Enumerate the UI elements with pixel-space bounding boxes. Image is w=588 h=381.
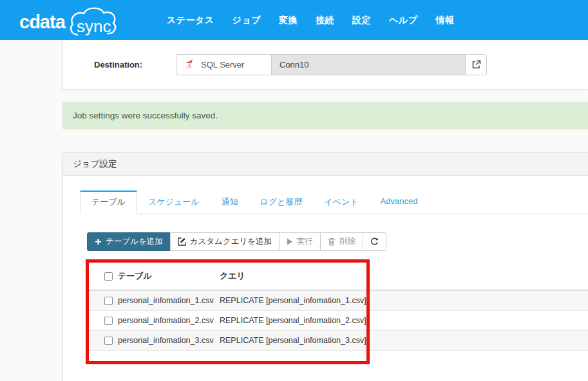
- main-menu: ステータス ジョブ 変換 接続 設定 ヘルプ 情報: [167, 14, 455, 26]
- tab-events[interactable]: イベント: [313, 190, 369, 214]
- table-row[interactable]: personal_infomation_3.csv REPLICATE [per…: [87, 331, 588, 351]
- panel-title: ジョブ設定: [63, 153, 588, 176]
- cloud-sync-logo-icon: sync: [66, 6, 123, 37]
- play-icon: [287, 238, 293, 245]
- panel-title-text: ジョブ設定: [73, 158, 117, 170]
- svg-text:sync: sync: [77, 17, 111, 36]
- select-all-cell: [87, 263, 118, 290]
- page: { "navbar": { "logo": { "brand": "cdata"…: [0, 0, 588, 381]
- row-table-name: personal_infomation_2.csv: [118, 311, 220, 331]
- external-link-icon: [471, 60, 481, 70]
- cdata-sync-logo[interactable]: cdata sync: [19, 5, 123, 35]
- nav-item-status[interactable]: ステータス: [167, 14, 214, 26]
- column-header-query: クエリ: [220, 263, 588, 290]
- delete-button[interactable]: 削除: [320, 232, 363, 251]
- row-checkbox[interactable]: [104, 317, 113, 325]
- top-navbar: cdata sync ステータス ジョブ 変換 接続 設定 ヘルプ 情報: [0, 0, 588, 40]
- select-all-checkbox[interactable]: [104, 272, 113, 281]
- add-table-button[interactable]: テーブルを追加: [87, 232, 171, 251]
- add-custom-query-label: カスタムクエリを追加: [190, 236, 272, 247]
- job-settings-panel: ジョブ設定 テーブル スケジュール 通知 ログと履歴 イベント Advanced…: [62, 152, 588, 381]
- destination-connector-name: SQL Server: [201, 60, 244, 70]
- destination-connector: SQL Server: [176, 54, 272, 75]
- run-label: 実行: [297, 236, 313, 247]
- column-header-table: テーブル: [118, 263, 220, 290]
- row-table-name: personal_infomation_3.csv: [118, 331, 220, 351]
- destination-input-group: SQL Server Conn10: [176, 54, 487, 75]
- tab-advanced[interactable]: Advanced: [370, 190, 429, 214]
- grid-header-row: テーブル クエリ: [87, 263, 588, 290]
- plus-icon: [95, 238, 102, 245]
- trash-icon: [328, 237, 336, 246]
- open-connection-button[interactable]: [465, 54, 487, 75]
- tables-grid: テーブル クエリ personal_infomation_1.csv REPLI…: [87, 263, 588, 351]
- destination-card: Destination: SQL Server Conn10: [62, 40, 588, 89]
- nav-item-connections[interactable]: 接続: [316, 14, 334, 26]
- delete-label: 削除: [339, 236, 356, 247]
- destination-label: Destination:: [94, 60, 176, 70]
- row-table-name: personal_infomation_1.csv: [118, 290, 220, 311]
- tables-tab-content: テーブルを追加 カスタムクエリを追加 実行: [80, 214, 588, 351]
- nav-item-settings[interactable]: 設定: [352, 14, 371, 26]
- job-settings-tabs: テーブル スケジュール 通知 ログと履歴 イベント Advanced: [80, 190, 588, 214]
- table-row[interactable]: personal_infomation_2.csv REPLICATE [per…: [87, 311, 588, 331]
- destination-connection-field: Conn10: [272, 54, 466, 75]
- sql-server-icon: [184, 59, 195, 70]
- add-table-label: テーブルを追加: [106, 236, 163, 247]
- refresh-icon: [370, 237, 379, 246]
- nav-item-info[interactable]: 情報: [436, 14, 455, 26]
- nav-item-jobs[interactable]: ジョブ: [232, 14, 261, 26]
- success-alert: Job settings were successfully saved.: [62, 102, 588, 129]
- row-query: REPLICATE [personal_infomation_3.csv]: [220, 331, 588, 351]
- tab-schedule[interactable]: スケジュール: [137, 190, 211, 214]
- edit-icon: [178, 237, 186, 246]
- tab-tables[interactable]: テーブル: [80, 190, 137, 214]
- row-checkbox[interactable]: [104, 297, 113, 305]
- success-alert-message: Job settings were successfully saved.: [73, 111, 218, 120]
- run-button[interactable]: 実行: [279, 232, 321, 251]
- logo-brand-text: cdata: [19, 9, 65, 35]
- panel-body: テーブル スケジュール 通知 ログと履歴 イベント Advanced テーブルを…: [63, 176, 588, 351]
- tab-logs-history[interactable]: ログと履歴: [249, 190, 313, 214]
- nav-item-help[interactable]: ヘルプ: [389, 14, 417, 26]
- row-checkbox[interactable]: [104, 337, 113, 345]
- table-toolbar: テーブルを追加 カスタムクエリを追加 実行: [87, 232, 386, 251]
- destination-connection-name: Conn10: [280, 60, 309, 70]
- row-query: REPLICATE [personal_infomation_1.csv]: [220, 290, 588, 311]
- row-query: REPLICATE [personal_infomation_2.csv]: [220, 311, 588, 331]
- add-custom-query-button[interactable]: カスタムクエリを追加: [170, 232, 280, 251]
- tab-notifications[interactable]: 通知: [210, 190, 249, 214]
- table-row[interactable]: personal_infomation_1.csv REPLICATE [per…: [87, 290, 588, 311]
- nav-item-transform[interactable]: 変換: [279, 14, 298, 26]
- refresh-button[interactable]: [363, 232, 386, 251]
